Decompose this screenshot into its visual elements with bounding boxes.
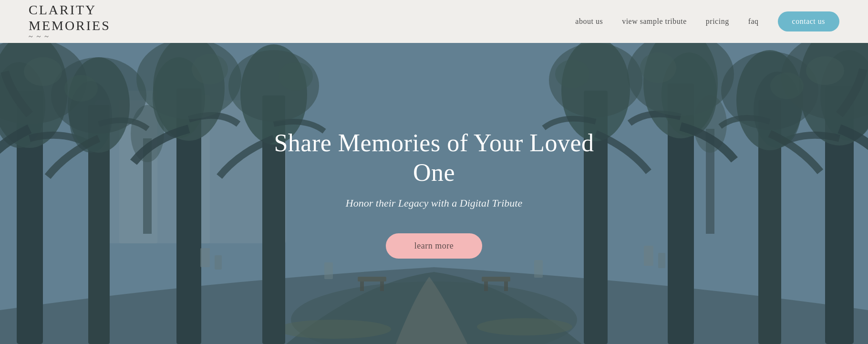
logo-line1: Clarity xyxy=(29,2,111,18)
main-nav: about us view sample tribute pricing faq… xyxy=(575,11,839,31)
contact-us-button[interactable]: contact us xyxy=(778,11,839,31)
nav-link-about-us[interactable]: about us xyxy=(575,17,603,26)
nav-link-view-sample-tribute[interactable]: view sample tribute xyxy=(622,17,687,26)
logo[interactable]: Clarity Memories ~ ~ ~ xyxy=(29,2,111,41)
learn-more-button[interactable]: learn more xyxy=(386,233,482,259)
hero-content: Share Memories of Your Loved One Honor t… xyxy=(267,128,601,259)
logo-line2: Memories xyxy=(29,18,111,34)
nav-link-faq[interactable]: faq xyxy=(748,17,759,26)
hero-section: Share Memories of Your Loved One Honor t… xyxy=(0,43,868,344)
hero-title: Share Memories of Your Loved One xyxy=(267,128,601,188)
nav-link-pricing[interactable]: pricing xyxy=(706,17,729,26)
site-header: Clarity Memories ~ ~ ~ about us view sam… xyxy=(0,0,868,43)
hero-subtitle: Honor their Legacy with a Digital Tribut… xyxy=(267,197,601,209)
